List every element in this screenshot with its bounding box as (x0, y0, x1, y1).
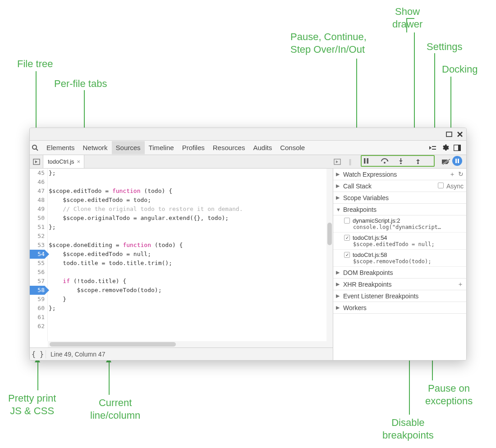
close-icon[interactable] (456, 131, 464, 138)
pause-button[interactable] (363, 158, 381, 164)
event-listener-bp-row[interactable]: ▶ Event Listener Breakpoints (333, 290, 466, 302)
async-checkbox[interactable] (438, 183, 444, 188)
file-tab-todoctrl[interactable]: todoCtrl.js × (43, 155, 84, 168)
annotation-docking: Docking (442, 63, 478, 76)
breakpoint-title: todoCtrl.js:54 (353, 234, 387, 241)
horizontal-scrollbar[interactable] (48, 341, 333, 347)
breakpoint-item[interactable]: ✓todoCtrl.js:58$scope.removeTodo(todo); (333, 250, 466, 267)
event-bp-label: Event Listener Breakpoints (343, 293, 418, 300)
xhr-bp-label: XHR Breakpoints (343, 281, 391, 288)
content-area: 454647484950515253545556575859606162 };$… (30, 169, 466, 360)
file-tab-bar: todoCtrl.js × ‖ (30, 155, 466, 169)
tab-elements[interactable]: Elements (42, 141, 79, 154)
dock-icon[interactable] (454, 145, 466, 151)
expand-icon: ▶ (336, 183, 341, 189)
breakpoint-snippet: console.log("dynamicScript… (344, 224, 463, 230)
svg-point-10 (384, 162, 386, 164)
call-stack-row[interactable]: ▶ Call Stack Async (333, 180, 466, 192)
code-body[interactable]: };$scope.editTodo = function (todo) { $s… (48, 169, 326, 341)
status-bar: { } Line 49, Column 47 (30, 347, 333, 360)
svg-point-1 (32, 145, 37, 149)
svg-rect-3 (432, 149, 436, 150)
svg-rect-9 (367, 158, 369, 164)
xhr-breakpoints-row[interactable]: ▶ XHR Breakpoints ＋ (333, 279, 466, 290)
search-icon[interactable] (32, 144, 42, 151)
breakpoints-label: Breakpoints (343, 206, 377, 213)
main-tab-strip: Elements Network Sources Timeline Profil… (30, 141, 466, 155)
annotation-settings: Settings (427, 41, 463, 53)
annotation-debug-controls: Pause, Continue, Step Over/In/Out (290, 31, 367, 55)
scope-label: Scope Variables (343, 194, 389, 201)
scope-variables-row[interactable]: ▶ Scope Variables (333, 192, 466, 204)
vertical-scrollbar[interactable] (326, 169, 333, 341)
pretty-print-button[interactable]: { } (30, 350, 46, 358)
annotation-per-file-tabs: Per-file tabs (54, 78, 107, 90)
watch-expressions-row[interactable]: ▶ Watch Expressions ＋ ↻ (333, 169, 466, 180)
expand-icon: ▶ (336, 305, 341, 311)
pause-on-exceptions-button[interactable] (452, 156, 463, 167)
svg-rect-8 (364, 158, 366, 164)
expand-icon: ▶ (336, 195, 341, 201)
breakpoint-snippet: $scope.editedTodo = null; (344, 241, 463, 247)
maximize-icon[interactable] (445, 131, 453, 138)
add-xhr-bp-icon[interactable]: ＋ (457, 280, 464, 288)
add-watch-icon[interactable]: ＋ (449, 170, 455, 178)
expand-icon: ▶ (336, 281, 341, 287)
code-editor[interactable]: 454647484950515253545556575859606162 };$… (30, 169, 333, 341)
breakpoint-snippet: $scope.removeTodo(todo); (344, 258, 463, 265)
tab-profiles[interactable]: Profiles (178, 141, 209, 154)
breakpoint-item[interactable]: ✓todoCtrl.js:54$scope.editedTodo = null; (333, 233, 466, 250)
divider-icon: ‖ (344, 158, 355, 165)
editor-pane: 454647484950515253545556575859606162 };$… (30, 169, 333, 360)
navigator-toggle-icon[interactable] (334, 159, 344, 165)
breakpoint-item[interactable]: dynamicScript.js:2console.log("dynamicSc… (333, 215, 466, 233)
devtools-window: Elements Network Sources Timeline Profil… (29, 128, 467, 361)
svg-rect-5 (458, 145, 461, 151)
cursor-position: Line 49, Column 47 (46, 351, 105, 358)
debugger-controls (361, 155, 435, 167)
tab-sources[interactable]: Sources (112, 141, 145, 154)
step-in-button[interactable] (398, 158, 415, 164)
gear-icon[interactable] (441, 144, 454, 152)
window-titlebar (30, 128, 466, 141)
file-tree-toggle[interactable] (30, 155, 43, 168)
file-tab-label: todoCtrl.js (48, 158, 74, 165)
dom-breakpoints-row[interactable]: ▶ DOM Breakpoints (333, 267, 466, 279)
tab-console[interactable]: Console (276, 141, 309, 154)
breakpoint-title: todoCtrl.js:58 (353, 251, 387, 258)
callstack-label: Call Stack (343, 183, 372, 190)
svg-rect-0 (446, 132, 452, 137)
tab-resources[interactable]: Resources (209, 141, 249, 154)
tab-timeline[interactable]: Timeline (145, 141, 178, 154)
expand-icon: ▶ (336, 293, 341, 299)
svg-point-12 (417, 163, 419, 164)
annotation-current-line: Current line/column (90, 397, 140, 421)
async-label: Async (446, 183, 464, 190)
refresh-icon[interactable]: ↻ (458, 170, 464, 178)
collapse-icon: ▼ (336, 207, 341, 212)
annotation-pretty-print: Pretty print JS & CSS (8, 392, 56, 417)
expand-icon: ▶ (336, 270, 341, 275)
workers-label: Workers (343, 304, 367, 311)
breakpoint-checkbox[interactable]: ✓ (344, 252, 350, 258)
annotation-pause-exceptions: Pause on exceptions (425, 382, 473, 407)
svg-rect-2 (432, 146, 436, 147)
svg-point-11 (400, 163, 402, 164)
tab-audits[interactable]: Audits (249, 141, 276, 154)
step-over-button[interactable] (381, 158, 398, 164)
breakpoint-checkbox[interactable]: ✓ (344, 235, 350, 241)
breakpoint-checkbox[interactable] (344, 218, 350, 224)
expand-icon: ▶ (336, 171, 341, 177)
step-out-button[interactable] (415, 158, 432, 164)
close-file-tab-icon[interactable]: × (77, 158, 81, 165)
annotation-disable-breakpoints: Disable breakpoints (382, 416, 434, 441)
debugger-sidebar: ▶ Watch Expressions ＋ ↻ ▶ Call Stack Asy… (333, 169, 466, 360)
deactivate-breakpoints-button[interactable] (441, 158, 452, 165)
breakpoints-row[interactable]: ▼ Breakpoints (333, 204, 466, 215)
tab-network[interactable]: Network (79, 141, 112, 154)
line-gutter: 454647484950515253545556575859606162 (30, 169, 48, 341)
dom-bp-label: DOM Breakpoints (343, 269, 393, 276)
breakpoint-title: dynamicScript.js:2 (353, 217, 400, 224)
workers-row[interactable]: ▶ Workers (333, 302, 466, 314)
show-drawer-icon[interactable] (428, 145, 441, 151)
